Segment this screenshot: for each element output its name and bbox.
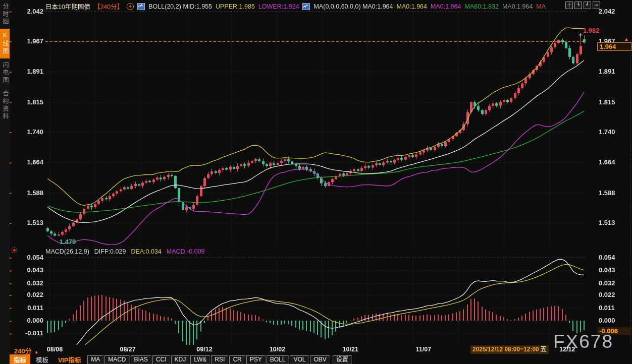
price-axis-label-right: 1.815 bbox=[599, 98, 631, 106]
macd-header: MACD(26,12,9) DIFF:0.029 DEA:0.034 MACD:… bbox=[45, 248, 205, 255]
macd-axis-label-right: 0.022 bbox=[599, 291, 631, 298]
date-tick-label: 09/12 bbox=[189, 346, 220, 353]
sidebar-item-time-chart[interactable]: 分时图 bbox=[0, 0, 10, 29]
price-axis-label-left: 1.664 bbox=[8, 158, 43, 166]
ma0-yellow-value: MA0:1.964 bbox=[397, 3, 427, 10]
macd-axis-label-left: 0.022 bbox=[8, 291, 43, 298]
macd-last-value-tag: -0.006 bbox=[597, 327, 631, 335]
macd-params-label: MACD(26,12,9) bbox=[45, 248, 89, 255]
sidebar-item-kline-chart[interactable]: K线图 bbox=[0, 29, 10, 58]
price-axis-label-left: 1.740 bbox=[8, 128, 43, 136]
ma-label: MA(0,0,0,60,0,0) MA0:1.964 bbox=[313, 3, 393, 10]
macd-diff-value: DIFF:0.029 bbox=[94, 248, 126, 255]
macd-axis-label-right: 0.032 bbox=[599, 279, 631, 287]
price-axis-label-right: 1.891 bbox=[599, 68, 631, 75]
macd-value: MACD:-0.009 bbox=[167, 248, 205, 255]
high-price-annotation: 1.982 bbox=[583, 27, 600, 34]
indicator-button-psy[interactable]: PSY bbox=[246, 355, 266, 364]
add-indicator-icon[interactable]: + bbox=[127, 3, 134, 10]
chart-canvas[interactable] bbox=[0, 0, 632, 364]
exit-chart-icon[interactable]: ⇥ bbox=[593, 2, 600, 9]
ma-chart-icon[interactable] bbox=[302, 3, 310, 10]
macd-axis-label-left: 0.043 bbox=[8, 266, 43, 274]
macd-axis-label-left: 0.032 bbox=[8, 279, 43, 287]
indicator-button-macd[interactable]: MACD bbox=[104, 355, 129, 364]
indicator-button-vol[interactable]: VOL bbox=[290, 355, 309, 364]
low-price-annotation: 1.479 bbox=[60, 238, 76, 246]
ma0-gray-value: MA0:1.964 bbox=[502, 3, 533, 10]
current-bar-info: 2025/12/12 08:00~12:00五 bbox=[470, 345, 549, 354]
date-tick-label: 08/08 bbox=[39, 346, 70, 353]
boll-chart-icon[interactable] bbox=[137, 3, 145, 10]
indicator-button-rsi[interactable]: RSI bbox=[211, 355, 228, 364]
bottom-toolbar: 指标 模板 VIP指标 MAMACDBIASCCIKDJLW&RSICRPSYB… bbox=[10, 355, 632, 364]
tab-templates[interactable]: 模板 bbox=[32, 354, 52, 364]
date-tick-label: 08/27 bbox=[113, 346, 143, 353]
boll-label: BOLL(20,2) MID:1.955 bbox=[148, 3, 212, 10]
macd-axis-label-left: 0.011 bbox=[8, 304, 43, 312]
price-axis-label-right: 1.513 bbox=[599, 219, 631, 226]
boll-lower-value: LOWER:1.924 bbox=[258, 3, 299, 10]
last-price-tag: 1.964 bbox=[597, 42, 631, 51]
price-axis-label-left: 2.042 bbox=[8, 8, 43, 15]
indicator-button-kdj[interactable]: KDJ bbox=[171, 355, 190, 364]
indicator-buttons: MAMACDBIASCCIKDJLW&RSICRPSYBOLLVOLOBV bbox=[86, 355, 330, 364]
price-axis-label-right: 1.664 bbox=[599, 158, 631, 166]
period-label: 【240分】 bbox=[94, 2, 123, 11]
price-axis-label-left: 1.588 bbox=[8, 189, 43, 197]
macd-axis-label-left: 0.054 bbox=[8, 254, 43, 261]
date-tick-label: 10/21 bbox=[335, 346, 365, 353]
instrument-name: 日本10年期国债 bbox=[45, 2, 90, 11]
chevron-up-icon: ▲ bbox=[34, 349, 39, 354]
axis-right-icon[interactable]: ┛ bbox=[584, 2, 591, 9]
settings-button[interactable]: 设置 bbox=[333, 355, 352, 364]
macd-dea-value: DEA:0.034 bbox=[131, 248, 161, 255]
indicator-button-boll[interactable]: BOLL bbox=[267, 355, 289, 364]
tab-vip-indicators[interactable]: VIP指标 bbox=[54, 354, 85, 364]
chart-header: 日本10年期国债 【240分】 + BOLL(20,2) MID:1.955 U… bbox=[45, 2, 546, 11]
app-window: 分时图 K线图 闪电图 合约资料 日本10年期国债 【240分】 + BOLL(… bbox=[0, 0, 632, 364]
indicator-button-lw&[interactable]: LW& bbox=[190, 355, 210, 364]
indicator-button-obv[interactable]: OBV bbox=[310, 355, 330, 364]
macd-axis-label-right: 0.011 bbox=[599, 304, 631, 312]
price-axis-label-right: 1.588 bbox=[599, 189, 631, 197]
axis-left-icon[interactable]: ┗ bbox=[574, 2, 582, 9]
macd-axis-label-right: 0.054 bbox=[599, 254, 631, 261]
sidebar-item-contract-info[interactable]: 合约资料 bbox=[0, 87, 10, 124]
price-up-arrow-icon: ▲ bbox=[624, 36, 629, 42]
sidebar: 分时图 K线图 闪电图 合约资料 bbox=[0, 0, 10, 364]
indicator-button-cci[interactable]: CCI bbox=[152, 355, 170, 364]
ma0-magenta-value: MA0:1.964 bbox=[431, 3, 461, 10]
macd-axis-label-right: 0.043 bbox=[599, 266, 631, 274]
price-axis-label-left: 1.815 bbox=[8, 98, 43, 106]
price-axis-label-left: 1.967 bbox=[8, 37, 43, 45]
macd-axis-label-left: -0.011 bbox=[8, 329, 43, 337]
indicator-button-ma[interactable]: MA bbox=[87, 355, 103, 364]
ma-red-label: MA bbox=[536, 3, 546, 10]
tab-indicators[interactable]: 指标 bbox=[10, 354, 30, 364]
last-date-label: 12/12 bbox=[559, 346, 575, 353]
price-axis-label-right: 2.042 bbox=[599, 8, 631, 15]
date-tick-label: 11/07 bbox=[408, 346, 439, 353]
window-tool-icons: ┼ ┗ ┛ ⇥ bbox=[565, 2, 600, 9]
price-axis-label-right: 1.740 bbox=[599, 128, 631, 136]
price-axis-label-left: 1.891 bbox=[8, 68, 43, 75]
indicator-button-bias[interactable]: BIAS bbox=[131, 355, 151, 364]
price-axis-label-left: 1.513 bbox=[8, 219, 43, 226]
crosshair-icon[interactable]: ┼ bbox=[565, 2, 573, 9]
indicator-marker-icon[interactable] bbox=[11, 247, 17, 253]
macd-axis-label-left: 0.000 bbox=[8, 317, 43, 324]
sidebar-item-lightning-chart[interactable]: 闪电图 bbox=[0, 58, 10, 87]
date-tick-label: 10/02 bbox=[262, 346, 293, 353]
ma60-value: MA60:1.832 bbox=[464, 3, 498, 10]
x-axis-row: 240分▲ 08/0808/2709/1210/0210/2111/07 202… bbox=[0, 345, 632, 354]
boll-upper-value: UPPER:1.985 bbox=[216, 3, 255, 10]
macd-axis-label-right: 0.000 bbox=[599, 317, 631, 324]
indicator-button-cr[interactable]: CR bbox=[229, 355, 245, 364]
